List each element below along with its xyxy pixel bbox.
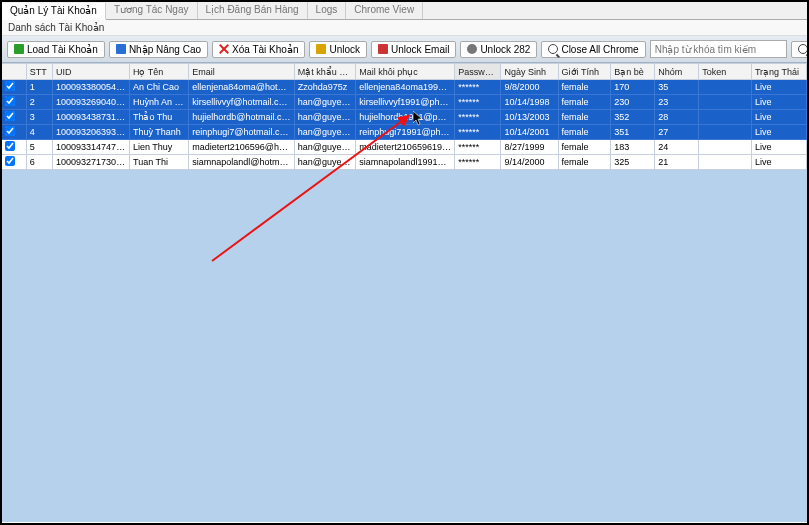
header-row: STTUIDHọ TênEmailMật khẩu mailMail khôi … xyxy=(2,64,807,80)
cell: female xyxy=(558,110,611,125)
col-header[interactable]: Bạn bè xyxy=(611,64,655,80)
cell: Lien Thuy xyxy=(129,140,188,155)
cell xyxy=(2,155,26,170)
cell: 100093314747660 xyxy=(53,140,130,155)
close-all-chrome-button[interactable]: Close All Chrome xyxy=(541,41,645,58)
row-checkbox[interactable] xyxy=(5,141,15,151)
cell: reinphugi71991@phannemb... xyxy=(356,125,455,140)
table-row[interactable]: 1100093380054533An Chi Caoellenjena84oma… xyxy=(2,80,807,95)
cell: 9/8/2000 xyxy=(501,80,558,95)
col-header[interactable]: Họ Tên xyxy=(129,64,188,80)
cell: ****** xyxy=(455,80,501,95)
cell: 23 xyxy=(655,95,699,110)
search-icon xyxy=(798,44,808,54)
cell: 100093206393668 xyxy=(53,125,130,140)
tab-1[interactable]: Tương Tác Ngay xyxy=(106,2,198,19)
table-row[interactable]: 4100093206393668Thuỳ Thanhreinphugi7@hot… xyxy=(2,125,807,140)
tab-0[interactable]: Quản Lý Tài Khoản xyxy=(2,3,106,20)
cell xyxy=(2,125,26,140)
table-row[interactable]: 5100093314747660Lien Thuymadietert210659… xyxy=(2,140,807,155)
cell: female xyxy=(558,80,611,95)
cell: Live xyxy=(751,155,806,170)
unlock-email-button[interactable]: Unlock Email xyxy=(371,41,456,58)
delete-icon xyxy=(219,44,229,54)
cell: 4 xyxy=(26,125,52,140)
cell: kirsellivvyf@hotmail.com xyxy=(189,95,295,110)
cell: madietert2106596@hotmail... xyxy=(189,140,295,155)
cell: han@guyen@... xyxy=(294,125,356,140)
cell: 3 xyxy=(26,110,52,125)
tab-4[interactable]: Chrome View xyxy=(346,2,423,19)
row-checkbox[interactable] xyxy=(5,156,15,166)
col-header[interactable]: Ngày Sinh xyxy=(501,64,558,80)
cell: An Chi Cao xyxy=(129,80,188,95)
toolbar: Load Tài Khoản Nhập Nâng Cao Xóa Tài Kho… xyxy=(2,36,807,63)
row-checkbox[interactable] xyxy=(5,96,15,106)
col-header[interactable] xyxy=(2,64,26,80)
cell: ellenjena84oma1991@phan... xyxy=(356,80,455,95)
cell: 100093438731631 xyxy=(53,110,130,125)
cell: kirsellivvyf1991@phannemb... xyxy=(356,95,455,110)
col-header[interactable]: Mail khôi phục xyxy=(356,64,455,80)
cell: 352 xyxy=(611,110,655,125)
table-row[interactable]: 2100093269040508Huỳnh An Ngọckirsellivvy… xyxy=(2,95,807,110)
cell: siamnapolandl1991@phan... xyxy=(356,155,455,170)
cell: 170 xyxy=(611,80,655,95)
tab-2[interactable]: Lịch Đăng Bán Hàng xyxy=(198,2,308,19)
col-header[interactable]: Password xyxy=(455,64,501,80)
row-checkbox[interactable] xyxy=(5,81,15,91)
col-header[interactable]: Giới Tính xyxy=(558,64,611,80)
cell xyxy=(2,80,26,95)
cell: 10/13/2003 xyxy=(501,110,558,125)
cell xyxy=(699,95,752,110)
cell: han@guyen@... xyxy=(294,95,356,110)
unlock-282-button[interactable]: Unlock 282 xyxy=(460,41,537,58)
import-button[interactable]: Nhập Nâng Cao xyxy=(109,41,208,58)
cell: ****** xyxy=(455,140,501,155)
cell: 2 xyxy=(26,95,52,110)
search-input[interactable] xyxy=(650,40,787,58)
col-header[interactable]: Nhóm xyxy=(655,64,699,80)
cell xyxy=(699,155,752,170)
cell: female xyxy=(558,155,611,170)
tab-bar: Quản Lý Tài KhoảnTương Tác NgayLịch Đăng… xyxy=(2,2,807,20)
load-button[interactable]: Load Tài Khoản xyxy=(7,41,105,58)
col-header[interactable]: STT xyxy=(26,64,52,80)
col-header[interactable]: Trạng Thái xyxy=(751,64,806,80)
cell: 24 xyxy=(655,140,699,155)
grid-wrap[interactable]: STTUIDHọ TênEmailMật khẩu mailMail khôi … xyxy=(2,63,807,522)
cell: female xyxy=(558,125,611,140)
cell xyxy=(2,140,26,155)
cell: ****** xyxy=(455,125,501,140)
cell: ****** xyxy=(455,110,501,125)
col-header[interactable]: Mật khẩu mail xyxy=(294,64,356,80)
cell: ****** xyxy=(455,155,501,170)
download-icon xyxy=(14,44,24,54)
cell xyxy=(699,140,752,155)
import-icon xyxy=(116,44,126,54)
row-checkbox[interactable] xyxy=(5,126,15,136)
cell: 100093380054533 xyxy=(53,80,130,95)
unlock-button[interactable]: Unlock xyxy=(309,41,367,58)
cell: Live xyxy=(751,140,806,155)
cell: hujielhordb@hotmail.com xyxy=(189,110,295,125)
col-header[interactable]: UID xyxy=(53,64,130,80)
cell: 21 xyxy=(655,155,699,170)
cell: Live xyxy=(751,80,806,95)
cell: 27 xyxy=(655,125,699,140)
table-row[interactable]: 3100093438731631Thảo Thuhujielhordb@hotm… xyxy=(2,110,807,125)
accounts-table: STTUIDHọ TênEmailMật khẩu mailMail khôi … xyxy=(2,63,807,170)
row-checkbox[interactable] xyxy=(5,111,15,121)
cell: Thảo Thu xyxy=(129,110,188,125)
col-header[interactable]: Token xyxy=(699,64,752,80)
search-button[interactable]: Seach xyxy=(791,41,809,58)
mail-icon xyxy=(378,44,388,54)
tab-3[interactable]: Logs xyxy=(308,2,347,19)
delete-button[interactable]: Xóa Tài Khoản xyxy=(212,41,305,58)
cell: 1 xyxy=(26,80,52,95)
cell: madietert21065961991@... xyxy=(356,140,455,155)
col-header[interactable]: Email xyxy=(189,64,295,80)
user-icon xyxy=(467,44,477,54)
table-row[interactable]: 6100093271730636Tuan Thisiamnapolandl@ho… xyxy=(2,155,807,170)
search-icon xyxy=(548,44,558,54)
